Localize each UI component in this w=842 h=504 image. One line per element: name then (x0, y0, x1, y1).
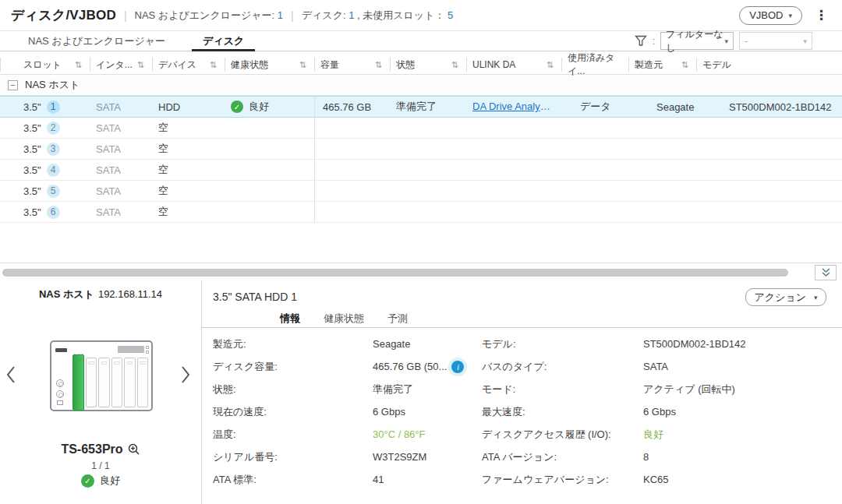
more-menu-icon[interactable]: ⋮ (812, 7, 831, 23)
field-label: 現在の速度: (213, 400, 373, 423)
health-ok-icon: ✓ (81, 474, 94, 488)
column-header-slot[interactable]: スロット⇅ (0, 51, 90, 78)
drive-bay-4[interactable] (111, 358, 123, 407)
table-row[interactable]: 3.5"6 SATA 空 (0, 202, 842, 223)
field-value: Seagate (373, 333, 482, 355)
disk-detail-title: 3.5" SATA HDD 1 (213, 291, 297, 303)
column-header-status[interactable]: 状態⇅ (390, 51, 466, 78)
field-label: ATA 標準: (213, 468, 373, 491)
enclosure-model-name: TS-653Pro (61, 442, 122, 456)
enclosure-health: ✓ 良好 (0, 474, 201, 488)
tab-information[interactable]: 情報 (280, 312, 300, 327)
field-label: モード: (482, 378, 643, 400)
enclosure-pager: 1 / 1 (0, 460, 201, 471)
lcd-button (146, 351, 149, 354)
tab-disk[interactable]: ディスク (184, 31, 263, 51)
column-header-interface[interactable]: インタ...⇅ (90, 51, 152, 78)
nas-count-text: NAS およびエンクロージャー: 1 (135, 9, 284, 23)
field-label: ディスクアクセス履歴 (I/O): (482, 423, 643, 446)
filter-secondary-dropdown[interactable]: - ▾ (739, 32, 812, 50)
page-title: ディスク/VJBOD (11, 6, 116, 24)
vjbod-button[interactable]: VJBOD ▾ (739, 6, 802, 25)
divider: | (124, 9, 127, 22)
table-header-row: スロット⇅ インタ...⇅ デバイス⇅ 健康状態⇅ 容量⇅ 状態⇅ ULINK … (0, 51, 842, 75)
table-row[interactable]: 3.5"4 SATA 空 (0, 160, 842, 181)
drive-bay-6[interactable] (137, 358, 149, 407)
power-button (56, 379, 64, 387)
horizontal-scrollbar[interactable] (2, 269, 788, 277)
da-drive-analyzer-link[interactable]: DA Drive Analyzer を... (472, 100, 555, 114)
field-label: 状態: (213, 378, 373, 400)
column-header-vendor[interactable]: 製造元⇅ (628, 51, 696, 78)
io-health-value: 良好 (643, 423, 826, 446)
tab-health[interactable]: 健康状態 (324, 312, 364, 327)
table-row[interactable]: 3.5"3 SATA 空 (0, 139, 842, 160)
drive-bay-1-occupied[interactable] (73, 354, 84, 411)
zoom-in-icon[interactable] (128, 443, 140, 456)
chevron-down-icon: ▾ (788, 12, 792, 19)
table-row[interactable]: 3.5"2 SATA 空 (0, 118, 842, 139)
info-icon[interactable]: i (451, 361, 464, 373)
field-value: 465.76 GB (50... i (373, 355, 482, 378)
field-value: 6 Gbps (643, 400, 826, 423)
column-header-model[interactable]: モデル (696, 51, 842, 78)
sort-icon: ⇅ (75, 60, 82, 70)
enclosure-panel: NAS ホスト192.168.11.14 (0, 280, 202, 504)
field-label: バスのタイプ: (482, 355, 643, 378)
nas-host-caption: NAS ホスト192.168.11.14 (0, 287, 201, 301)
tab-prediction[interactable]: 予測 (387, 312, 408, 327)
table-row[interactable]: 3.5"1 SATA HDD ✓良好 465.76 GB 準備完了 DA Dri… (0, 96, 842, 118)
disk-detail-panel: 3.5" SATA HDD 1 アクション ▾ 情報 健康状態 予測 製造元: … (202, 280, 842, 504)
next-enclosure-button[interactable] (179, 365, 192, 385)
tab-nas-and-enclosure[interactable]: NAS およびエンクロージャー (9, 31, 184, 51)
field-value: 8 (643, 446, 826, 468)
column-header-used-type[interactable]: 使用済みタイ... (561, 51, 628, 78)
field-label: 最大速度: (482, 400, 643, 423)
drive-bay-3[interactable] (98, 358, 110, 407)
field-label: シリアル番号: (213, 446, 373, 468)
slot-number-badge: 3 (47, 143, 60, 156)
field-value: W3T2S9ZM (373, 446, 482, 468)
drive-bays (73, 358, 148, 407)
disk-detail-tabs: 情報 健康状態 予測 (202, 312, 842, 328)
filter-icon (635, 35, 647, 47)
drive-bay-2[interactable] (86, 358, 97, 407)
disk-vjbod-page: ディスク/VJBOD | NAS およびエンクロージャー: 1 | ディスク: … (0, 0, 842, 504)
slot-number-badge: 5 (47, 185, 60, 198)
sort-icon: ⇅ (375, 60, 382, 70)
slot-number-badge: 2 (47, 122, 60, 135)
column-header-health[interactable]: 健康状態⇅ (225, 51, 314, 78)
collapse-panel-button[interactable] (815, 265, 837, 280)
field-value: KC65 (643, 468, 826, 491)
column-header-device[interactable]: デバイス⇅ (152, 51, 225, 78)
double-chevron-down-icon (821, 268, 831, 277)
drive-bay-5[interactable] (124, 358, 136, 407)
divider: | (291, 9, 294, 22)
sort-icon: ⇅ (299, 60, 306, 70)
detail-panel: NAS ホスト192.168.11.14 (0, 280, 842, 504)
previous-enclosure-button[interactable] (5, 365, 17, 385)
nas-device-image[interactable] (50, 340, 153, 411)
column-header-ulink[interactable]: ULINK DA⇅ (466, 51, 561, 78)
group-row-nas-host[interactable]: − NAS ホスト (0, 75, 842, 96)
sort-icon: ⇅ (210, 60, 217, 70)
action-button[interactable]: アクション ▾ (745, 288, 826, 306)
usb-port (57, 400, 63, 405)
field-value: 6 Gbps (373, 400, 482, 423)
chevron-down-icon: ▾ (803, 37, 807, 45)
field-label: 製造元: (213, 333, 373, 355)
field-value: ST500DM002-1BD142 (643, 333, 826, 355)
collapse-group-icon[interactable]: − (8, 80, 18, 90)
filter-dropdown[interactable]: フィルターなし ▾ (660, 32, 734, 50)
table-row[interactable]: 3.5"5 SATA 空 (0, 181, 842, 202)
temperature-value: 30°C / 86°F (373, 423, 482, 446)
field-value: 41 (373, 468, 482, 491)
slot-number-badge: 4 (47, 164, 60, 177)
field-label: ディスク容量: (213, 355, 373, 378)
chevron-down-icon: ▾ (724, 37, 728, 45)
field-label: モデル: (482, 333, 643, 355)
qnap-logo (55, 348, 67, 352)
sort-icon: ⇅ (547, 60, 554, 70)
column-header-capacity[interactable]: 容量⇅ (314, 51, 390, 78)
field-label: ファームウェアバージョン: (482, 468, 643, 491)
